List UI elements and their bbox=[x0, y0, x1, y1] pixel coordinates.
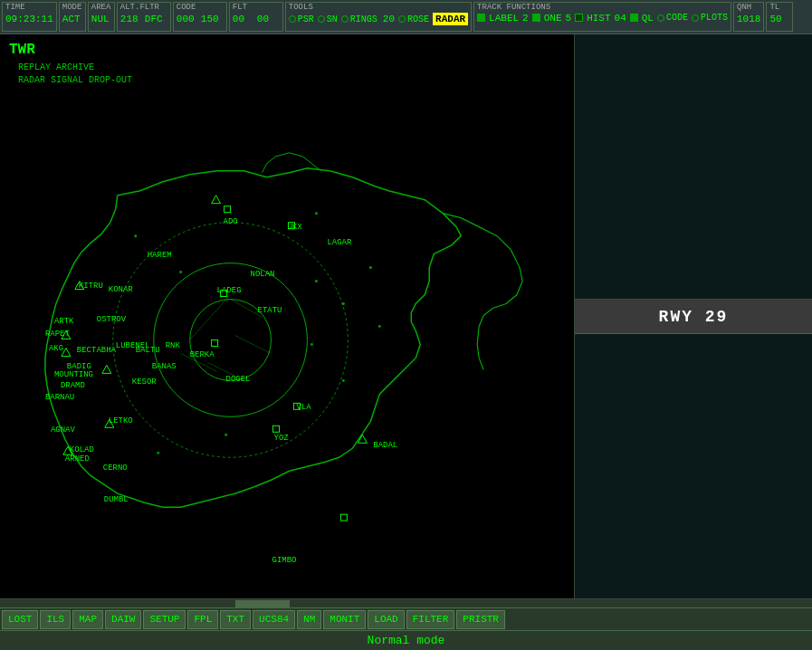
btn-monit[interactable]: MONIT bbox=[323, 610, 366, 629]
svg-text:KONAR: KONAR bbox=[109, 285, 134, 294]
svg-text:RAPET: RAPET bbox=[45, 330, 71, 339]
svg-text:ETATU: ETATU bbox=[258, 306, 282, 315]
svg-text:HAREM: HAREM bbox=[148, 251, 172, 260]
rings-radio[interactable]: RINGS bbox=[341, 14, 377, 24]
plots-radio[interactable]: PLOTS bbox=[692, 13, 728, 23]
radar-highlight[interactable]: RADAR bbox=[433, 13, 468, 25]
svg-line-3 bbox=[190, 295, 231, 340]
svg-point-63 bbox=[134, 234, 137, 237]
btn-filter[interactable]: FILTER bbox=[406, 610, 455, 629]
sm-radio[interactable]: SN bbox=[318, 14, 338, 24]
svg-text:ARTK: ARTK bbox=[54, 317, 74, 326]
svg-text:KOLAD: KOLAD bbox=[70, 445, 94, 454]
track-functions-group: TRACK FUNCTIONS LABEL 2 ONE 5 HIST 04 QL… bbox=[473, 2, 731, 32]
radar-scrollbar-thumb[interactable] bbox=[235, 600, 290, 607]
svg-text:VLA: VLA bbox=[296, 403, 311, 412]
tl-label: TL bbox=[769, 4, 789, 13]
ql-checkbox[interactable] bbox=[630, 14, 638, 22]
btn-map[interactable]: MAP bbox=[72, 610, 103, 629]
btn-setup[interactable]: SETUP bbox=[143, 610, 186, 629]
flt-group: FLT 00 00 bbox=[229, 2, 283, 32]
sm-dot bbox=[318, 15, 325, 23]
svg-text:DOGEL: DOGEL bbox=[226, 375, 251, 384]
psr-label: PSR bbox=[298, 14, 314, 24]
qnh-label: QNH bbox=[737, 4, 760, 13]
bottom-buttons: LOSTILSMAPDAIWSETUPFPLTXTUCS84NMMONITLOA… bbox=[0, 607, 812, 630]
sm-label: SN bbox=[327, 14, 338, 24]
code-dot bbox=[657, 14, 664, 22]
radar-area[interactable]: TWR REPLAY ARCHIVE RADAR SIGNAL DROP-OUT bbox=[0, 34, 575, 598]
one-label: ONE bbox=[544, 13, 562, 24]
svg-text:BERKA: BERKA bbox=[190, 350, 215, 359]
rose-radio[interactable]: ROSE bbox=[398, 14, 429, 24]
svg-text:BALTU: BALTU bbox=[136, 346, 160, 355]
main-layout: TWR REPLAY ARCHIVE RADAR SIGNAL DROP-OUT bbox=[0, 34, 812, 598]
svg-text:NOLAN: NOLAN bbox=[251, 270, 275, 279]
one-value: 5 bbox=[566, 13, 572, 24]
svg-point-59 bbox=[369, 266, 372, 269]
time-label: TIME bbox=[5, 4, 53, 13]
svg-marker-15 bbox=[212, 196, 221, 204]
svg-text:BADAL: BADAL bbox=[373, 441, 397, 450]
btn-txt[interactable]: TXT bbox=[220, 610, 251, 629]
tools-label: TOOLS bbox=[289, 4, 468, 13]
btn-ucs84[interactable]: UCS84 bbox=[253, 610, 295, 629]
svg-rect-14 bbox=[340, 514, 347, 521]
svg-text:DRAMD: DRAMD bbox=[61, 381, 85, 390]
mode-label: MODE bbox=[62, 4, 82, 13]
svg-point-58 bbox=[315, 212, 318, 215]
svg-text:KESOR: KESOR bbox=[132, 378, 158, 387]
track-functions-label: TRACK FUNCTIONS bbox=[477, 4, 728, 13]
flt2-value: 00 bbox=[257, 13, 280, 25]
svg-text:LAGAR: LAGAR bbox=[327, 238, 352, 247]
one-checkbox[interactable] bbox=[532, 14, 540, 22]
code-radio[interactable]: CODE bbox=[657, 13, 688, 23]
svg-point-66 bbox=[224, 434, 227, 436]
qnh-value: 1018 bbox=[737, 13, 760, 25]
label-checkbox[interactable] bbox=[477, 14, 485, 22]
svg-text:ARNED: ARNED bbox=[65, 454, 90, 464]
tools-group: TOOLS PSR SN RINGS 20 ROSE RADAR bbox=[285, 2, 472, 32]
svg-rect-8 bbox=[224, 206, 231, 213]
rings-value: 20 bbox=[383, 13, 395, 25]
ql-label: QL bbox=[642, 13, 654, 24]
svg-rect-13 bbox=[273, 425, 280, 432]
btn-load[interactable]: LOAD bbox=[368, 610, 404, 629]
area-group: AREA NUL bbox=[88, 2, 115, 32]
btn-pristr[interactable]: PRISTR bbox=[456, 610, 505, 629]
btn-lost[interactable]: LOST bbox=[2, 610, 38, 629]
tl-group: TL 50 bbox=[766, 2, 793, 32]
btn-ils[interactable]: ILS bbox=[40, 610, 71, 629]
svg-point-62 bbox=[378, 325, 381, 328]
rwy-value: RWY 29 bbox=[659, 308, 729, 326]
plots-label: PLOTS bbox=[701, 13, 728, 23]
rings-label: RINGS bbox=[350, 14, 377, 24]
code2-value: 150 bbox=[201, 13, 224, 25]
code-label: CODE bbox=[177, 4, 224, 13]
svg-point-68 bbox=[342, 379, 345, 382]
svg-text:AKG: AKG bbox=[49, 344, 63, 353]
rings-dot bbox=[341, 15, 349, 23]
btn-daiw[interactable]: DAIW bbox=[105, 610, 141, 629]
rwy-display: RWY 29 bbox=[575, 300, 812, 334]
code2-label: CODE bbox=[666, 13, 688, 23]
flt1-value: 00 bbox=[233, 13, 255, 25]
radar-svg: ADO UKX LAGAR HAREM NOLAN KITRU KONAR LA… bbox=[0, 34, 574, 598]
mode-value: ACT bbox=[62, 13, 82, 25]
svg-text:BECTABHA: BECTABHA bbox=[77, 346, 117, 355]
svg-text:UKX: UKX bbox=[287, 223, 302, 232]
svg-text:KITRU: KITRU bbox=[79, 282, 103, 291]
svg-point-64 bbox=[179, 271, 182, 273]
code1-value: 000 bbox=[177, 13, 199, 25]
hist-checkbox[interactable] bbox=[575, 14, 583, 22]
svg-marker-19 bbox=[102, 365, 111, 373]
psr-radio[interactable]: PSR bbox=[289, 14, 314, 24]
flt-label: FLT bbox=[233, 4, 280, 13]
label-label: LABEL bbox=[489, 13, 519, 24]
btn-fpl[interactable]: FPL bbox=[187, 610, 218, 629]
btn-nm[interactable]: NM bbox=[297, 610, 321, 629]
svg-text:AGNAV: AGNAV bbox=[51, 425, 76, 435]
radar-scrollbar[interactable] bbox=[0, 598, 812, 607]
svg-text:BANAS: BANAS bbox=[152, 362, 177, 371]
svg-text:YOZ: YOZ bbox=[274, 434, 290, 443]
